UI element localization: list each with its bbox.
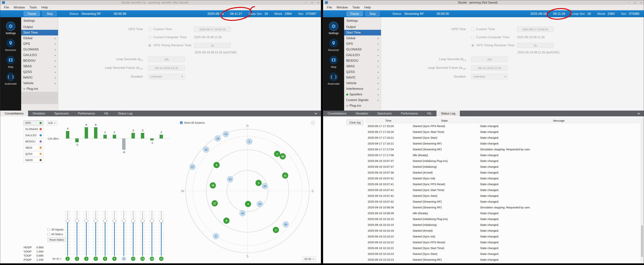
power-bar-sv-2[interactable] (75, 138, 79, 142)
power-bar-sv-4[interactable] (94, 127, 98, 138)
satellite-2[interactable]: 2 (273, 227, 279, 233)
tab-hil[interactable]: HIL (422, 111, 436, 116)
satellite-4[interactable]: 4 (245, 201, 251, 207)
sidebar-item-automate[interactable]: { }Automate (323, 71, 344, 87)
close-button[interactable]: × (640, 1, 642, 4)
nav-item-sbas[interactable]: SBAS▸ (344, 64, 381, 69)
nav-item-sbas[interactable]: SBAS▸ (21, 64, 58, 69)
nav-item-glonass[interactable]: GLONASS▸ (344, 47, 381, 52)
satellite-12[interactable]: 12 (223, 131, 229, 137)
power-slider-sv-6[interactable]: 6 (101, 211, 109, 256)
nav-item-glonass[interactable]: GLONASS▸ (21, 47, 58, 52)
menu-file[interactable]: File (2, 5, 11, 10)
power-bar-sv-6[interactable] (104, 135, 107, 138)
minimize-button[interactable]: − (628, 1, 630, 4)
minimize-button[interactable]: − (305, 1, 307, 4)
slider-handle[interactable] (141, 219, 144, 222)
nav-item-global[interactable]: Global▸ (21, 36, 58, 41)
satellite-13[interactable]: 13 (227, 176, 233, 182)
slider-handle[interactable] (66, 219, 70, 222)
nav-item-qzss[interactable]: QZSS▸ (344, 69, 381, 75)
constellation-gps[interactable]: GPS (24, 121, 44, 125)
constellation-sbas[interactable]: SBAS (24, 145, 44, 150)
slider-handle[interactable] (75, 219, 79, 222)
menu-window[interactable]: Window (334, 5, 350, 10)
nav-item-plug-ins[interactable]: Plug-ins (21, 86, 58, 92)
nav-item-navic[interactable]: NAVIC▸ (344, 75, 381, 80)
satellite-28[interactable]: 28 (280, 153, 286, 159)
sv-id-button[interactable]: SV ID▾ (302, 256, 316, 261)
menu-help[interactable]: Help (362, 5, 373, 10)
tab-constellations[interactable]: Constellations (0, 111, 28, 116)
constellation-beidou[interactable]: BEIDOU (24, 139, 44, 144)
tab-deviation[interactable]: Deviation (28, 111, 50, 116)
satellite-23[interactable]: 23 (257, 201, 263, 207)
slider-handle[interactable] (94, 219, 98, 222)
satellite-15[interactable]: 15 (203, 147, 209, 153)
power-bar-sv-9[interactable] (113, 135, 116, 138)
power-bar-sv-17[interactable] (132, 133, 135, 138)
nav-item-galileo[interactable]: GALILEO▸ (21, 52, 58, 58)
nav-item-qzss[interactable]: QZSS▸ (21, 69, 58, 75)
sidebar-item-receiver[interactable]: Receiver (323, 37, 344, 54)
receiver-time-radio[interactable] (148, 44, 151, 47)
slider-handle[interactable] (85, 219, 88, 222)
power-bar-sv-19[interactable] (141, 133, 144, 138)
satellite-17[interactable]: 17 (212, 200, 218, 206)
sidebar-item-map[interactable]: Map (0, 54, 21, 71)
slider-handle[interactable] (113, 219, 116, 222)
power-slider-sv-3[interactable]: 3 (82, 211, 90, 256)
log-column-time[interactable]: Time (366, 118, 411, 123)
nav-item-interference[interactable]: Interference▸ (344, 86, 381, 92)
power-slider-sv-17[interactable]: 17 (129, 211, 137, 256)
pause-button[interactable]: Pause (346, 11, 363, 16)
satellite-26[interactable]: 26 (283, 221, 289, 227)
tab-status-log[interactable]: Status Log (436, 111, 460, 116)
signal-select[interactable]: C/A▾ (47, 121, 57, 125)
satellite-5[interactable]: 5 (246, 138, 252, 144)
nav-item-gps[interactable]: GPS▸ (21, 41, 58, 47)
custom-time-field[interactable]: 2025-09-17 15:00:15 (194, 27, 231, 32)
sidebar-item-receiver[interactable]: Receiver (0, 37, 21, 54)
menu-tools[interactable]: Tools (350, 5, 362, 10)
sidebar-item-settings[interactable]: Settings (323, 20, 344, 37)
nav-item-vehicle[interactable]: Vehicle▸ (21, 80, 58, 86)
nav-item-gps[interactable]: GPS▸ (344, 41, 381, 47)
duration-select[interactable]: Unlimited▾ (148, 74, 185, 79)
nav-item-galileo[interactable]: GALILEO▸ (344, 52, 381, 58)
receiver-time-radio[interactable] (471, 44, 474, 47)
nav-item-navic[interactable]: NAVIC▸ (21, 75, 58, 80)
sidebar-item-settings[interactable]: Settings (0, 20, 21, 37)
power-slider-sv-12[interactable]: 12 (120, 211, 128, 256)
tab-constellations[interactable]: Constellations (323, 111, 351, 116)
reset-sliders-button[interactable]: Reset Sliders (48, 237, 66, 242)
custom-time-radio[interactable] (148, 28, 151, 31)
nav-item-start-time[interactable]: Start Time (21, 30, 58, 36)
maximize-button[interactable]: □ (311, 1, 313, 4)
all-signals-checkbox[interactable]: All Signals (48, 228, 64, 231)
receiver-offset-field[interactable]: 0s (517, 43, 554, 48)
sidebar-item-map[interactable]: Map (323, 54, 344, 71)
nav-item-start-time[interactable]: Start Time (344, 30, 381, 36)
collapse-panel-button[interactable] (634, 111, 644, 116)
slider-handle[interactable] (160, 219, 163, 222)
power-bar-sv-11[interactable] (160, 135, 163, 138)
constellation-glonass[interactable]: GLONASS (24, 127, 44, 132)
power-bar-sv-28[interactable] (150, 138, 154, 140)
satellite-6[interactable]: 6 (214, 162, 220, 168)
satellite-9[interactable]: 9 (224, 218, 230, 223)
nav-item-output[interactable]: Output (21, 24, 58, 30)
sidebar-item-automate[interactable]: { }Automate (0, 71, 21, 87)
slider-handle[interactable] (150, 219, 154, 222)
power-bar-sv-1[interactable] (66, 131, 69, 138)
scrollbar-thumb[interactable] (641, 225, 643, 257)
log-scrollbar[interactable] (641, 118, 644, 263)
satellite-1[interactable]: 1 (274, 151, 280, 157)
menu-help[interactable]: Help (39, 5, 50, 10)
power-slider-sv-11[interactable]: 11 (157, 211, 166, 256)
menu-file[interactable]: File (324, 5, 334, 10)
title-bar[interactable]: Skydel Jennifer (1) - jamming- jennifer … (0, 0, 321, 5)
tab-spectrums[interactable]: Spectrums (373, 111, 396, 116)
custom-time-field[interactable]: 2025-09-17 15:00:31 (517, 27, 554, 32)
satellite-19[interactable]: 19 (210, 182, 216, 188)
